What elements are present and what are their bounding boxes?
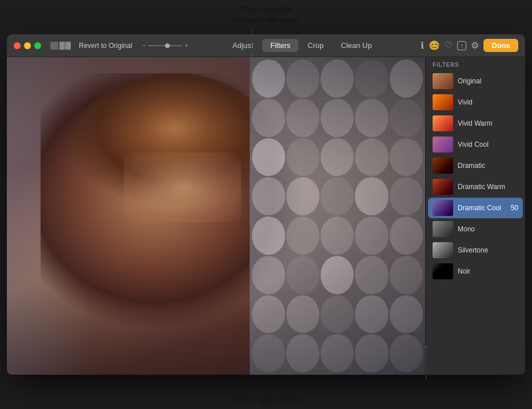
- filter-item-silvertone[interactable]: Silvertone: [428, 240, 523, 260]
- content-area: FILTERS OriginalVividVivid WarmVivid Coo…: [7, 57, 525, 375]
- filter-name-dramatic: Dramatic: [458, 162, 518, 170]
- tab-adjust[interactable]: Adjust: [225, 39, 261, 52]
- filter-thumb-silvertone: [433, 242, 453, 258]
- filter-item-vivid-cool[interactable]: Vivid Cool: [428, 134, 523, 155]
- filter-list: OriginalVividVivid WarmVivid CoolDramati…: [426, 70, 525, 282]
- filter-thumb-dramatic-cool: [433, 200, 453, 216]
- heart-icon[interactable]: ♡: [445, 40, 453, 51]
- filter-thumb-vivid-warm: [433, 115, 453, 131]
- filter-thumb-mono: [433, 221, 453, 237]
- annotation-top: Click to see the filters you can apply.: [0, 5, 532, 25]
- filter-name-dramatic-warm: Dramatic Warm: [458, 183, 518, 191]
- zoom-track: [148, 45, 182, 46]
- filter-item-vivid-warm[interactable]: Vivid Warm: [428, 113, 523, 134]
- filter-item-noir[interactable]: Noir: [428, 261, 523, 282]
- face-icon[interactable]: 😊: [429, 40, 440, 51]
- more-icon[interactable]: ⚙: [471, 40, 479, 51]
- filter-thumb-vivid-cool: [433, 137, 453, 153]
- filter-thumb-noir: [433, 263, 453, 279]
- filter-item-vivid[interactable]: Vivid: [428, 92, 523, 113]
- info-icon[interactable]: ℹ: [421, 40, 424, 51]
- filter-item-mono[interactable]: Mono: [428, 219, 523, 239]
- photo-area: [7, 57, 425, 375]
- traffic-lights: [14, 42, 41, 49]
- tab-crop[interactable]: Crop: [299, 39, 331, 52]
- filter-name-vivid-cool: Vivid Cool: [458, 141, 518, 149]
- view-controls: [50, 42, 71, 50]
- nav-tabs: Adjust Filters Crop Clean Up: [225, 39, 380, 52]
- app-window: Revert to Original − + Adjust Filters Cr…: [7, 34, 525, 375]
- filters-panel-header: FILTERS: [426, 57, 525, 70]
- filter-name-noir: Noir: [458, 267, 518, 275]
- revert-button[interactable]: Revert to Original: [75, 41, 135, 51]
- filter-name-vivid: Vivid: [458, 98, 518, 106]
- tab-filters[interactable]: Filters: [262, 39, 298, 52]
- view-split-icon[interactable]: [59, 42, 71, 50]
- filter-name-vivid-warm: Vivid Warm: [458, 119, 518, 127]
- filter-name-mono: Mono: [458, 225, 518, 233]
- zoom-handle[interactable]: [165, 43, 170, 48]
- maximize-button[interactable]: [34, 42, 41, 49]
- zoom-slider[interactable]: − +: [142, 42, 188, 49]
- share-icon[interactable]: ↑: [457, 41, 466, 50]
- tab-cleanup[interactable]: Clean Up: [333, 39, 380, 52]
- close-button[interactable]: [14, 42, 21, 49]
- filter-thumb-vivid: [433, 94, 453, 110]
- filter-name-silvertone: Silvertone: [458, 246, 518, 254]
- view-single-icon[interactable]: [50, 42, 58, 50]
- titlebar: Revert to Original − + Adjust Filters Cr…: [7, 34, 525, 57]
- minimize-button[interactable]: [24, 42, 31, 49]
- filter-item-dramatic[interactable]: Dramatic: [428, 155, 523, 176]
- zoom-out-icon: −: [142, 42, 146, 49]
- filter-thumb-dramatic-warm: [433, 179, 453, 195]
- done-button[interactable]: Done: [483, 39, 518, 52]
- filter-name-dramatic-cool: Dramatic Cool: [458, 204, 506, 212]
- annotation-bottom: Click to apply a filter.: [0, 396, 532, 404]
- zoom-in-icon: +: [185, 42, 188, 49]
- filter-item-original[interactable]: Original: [428, 71, 523, 91]
- filter-item-dramatic-warm[interactable]: Dramatic Warm: [428, 177, 523, 197]
- filter-thumb-original: [433, 73, 453, 89]
- filters-panel: FILTERS OriginalVividVivid WarmVivid Coo…: [425, 57, 525, 375]
- filter-thumb-dramatic: [433, 158, 453, 174]
- filter-value-dramatic-cool: 50: [511, 204, 518, 212]
- filter-item-dramatic-cool[interactable]: Dramatic Cool50: [428, 198, 523, 218]
- filter-name-original: Original: [458, 77, 518, 85]
- toolbar-right: ℹ 😊 ♡ ↑ ⚙ Done: [421, 39, 518, 52]
